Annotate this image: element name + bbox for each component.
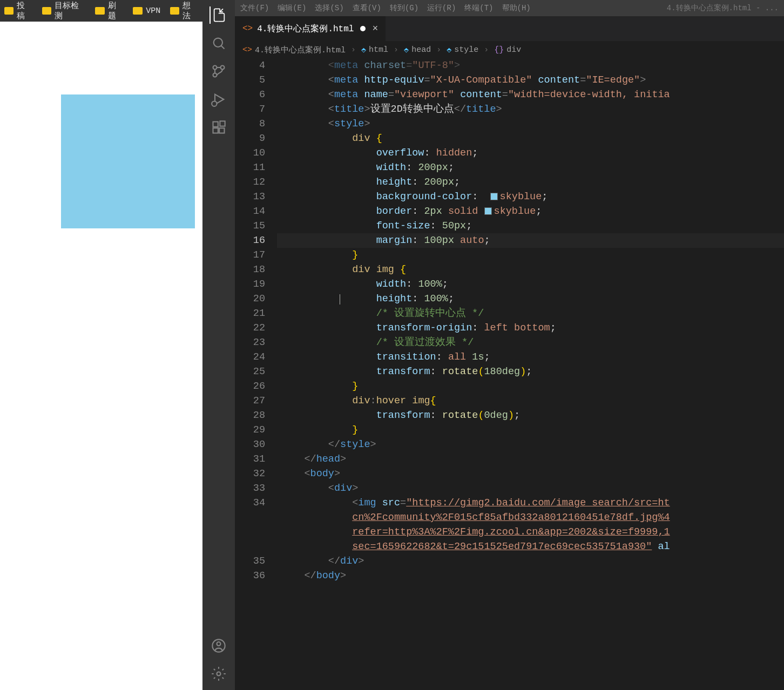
menu-edit[interactable]: 编辑(E) [278,3,306,13]
menu-file[interactable]: 文件(F) [240,3,269,13]
svg-point-1 [221,66,225,70]
menu-view[interactable]: 查看(V) [353,3,381,13]
page-preview [0,22,202,690]
folder-icon [42,7,51,15]
html-file-icon: <> [242,24,253,33]
breadcrumb-item[interactable]: ⬘html [361,45,388,55]
chevron-right-icon: › [351,45,356,55]
menu-select[interactable]: 选择(S) [315,3,343,13]
search-icon[interactable] [210,35,227,52]
html-file-icon: <> [242,45,252,55]
breadcrumb-item[interactable]: ⬘style [447,45,478,55]
svg-point-0 [214,38,222,47]
breadcrumb-item[interactable]: <>4.转换中心点案例.html [242,45,346,55]
element-icon: ⬘ [447,45,451,55]
bookmark-label: 刷题 [108,1,124,21]
breadcrumb-item[interactable]: ⬘head [404,45,431,55]
tab-label: 4.转换中心点案例.html [257,23,354,35]
editor-tab[interactable]: <> 4.转换中心点案例.html × [235,16,386,41]
bookmark-label: VPN [146,6,160,16]
accounts-icon[interactable] [210,637,227,654]
bookmark-item[interactable]: 目标检测 [42,1,86,21]
source-control-icon[interactable] [210,63,227,80]
folder-icon [4,7,13,15]
svg-point-2 [213,73,217,77]
menu-goto[interactable]: 转到(G) [390,3,418,13]
svg-point-12 [217,672,221,676]
folder-icon [133,7,143,15]
bookmark-label: 投稿 [17,1,32,21]
svg-rect-6 [213,122,218,127]
editor-area: 文件(F) 编辑(E) 选择(S) 查看(V) 转到(G) 运行(R) 终端(T… [235,0,784,690]
svg-rect-8 [219,128,224,133]
svg-point-3 [213,66,217,70]
settings-gear-icon[interactable] [210,665,227,682]
element-icon: ⬘ [404,45,409,55]
vscode-window: 文件(F) 编辑(E) 选择(S) 查看(V) 转到(G) 运行(R) 终端(T… [202,0,784,690]
chevron-right-icon: › [484,45,489,55]
code-content[interactable]: <meta charset="UTF-8"> <meta http-equiv=… [277,58,784,690]
menu-run[interactable]: 运行(R) [427,3,456,13]
chevron-right-icon: › [436,45,441,55]
bookmark-item[interactable]: VPN [133,6,160,16]
tab-bar: <> 4.转换中心点案例.html × [235,16,784,41]
window-title: 4.转换中心点案例.html - ... [667,3,779,13]
svg-point-11 [217,642,221,646]
bookmark-item[interactable]: 想法 [170,1,198,21]
bookmark-label: 想法 [183,1,198,21]
run-debug-icon[interactable] [210,91,227,108]
extensions-icon[interactable] [210,119,227,136]
svg-rect-7 [213,128,218,133]
folder-icon [170,7,179,15]
explorer-icon[interactable] [209,6,227,24]
element-icon: ⬘ [361,45,366,55]
breadcrumb-item[interactable]: {}div [494,45,521,55]
line-number-gutter: 4567891011121314151617181920212223242526… [235,58,277,690]
menu-terminal[interactable]: 终端(T) [464,3,493,13]
activity-bar [202,0,235,690]
preview-div-box [61,94,195,228]
chevron-right-icon: › [394,45,398,55]
modified-indicator-icon [360,26,366,31]
bookmark-label: 目标检测 [55,1,85,21]
svg-point-5 [212,102,217,106]
bookmark-item[interactable]: 刷题 [95,1,123,21]
svg-rect-9 [220,121,225,126]
code-editor[interactable]: 4567891011121314151617181920212223242526… [235,58,784,690]
menu-bar: 文件(F) 编辑(E) 选择(S) 查看(V) 转到(G) 运行(R) 终端(T… [235,0,784,16]
close-icon[interactable]: × [372,23,378,34]
bookmarks-bar: 投稿 目标检测 刷题 VPN 想法 [0,0,202,22]
bookmark-item[interactable]: 投稿 [4,1,32,21]
folder-icon [95,7,104,15]
menu-help[interactable]: 帮助(H) [502,3,531,13]
breadcrumbs: <>4.转换中心点案例.html › ⬘html › ⬘head › ⬘styl… [235,41,784,58]
browser-preview-panel: 投稿 目标检测 刷题 VPN 想法 [0,0,202,690]
css-rule-icon: {} [494,45,504,55]
